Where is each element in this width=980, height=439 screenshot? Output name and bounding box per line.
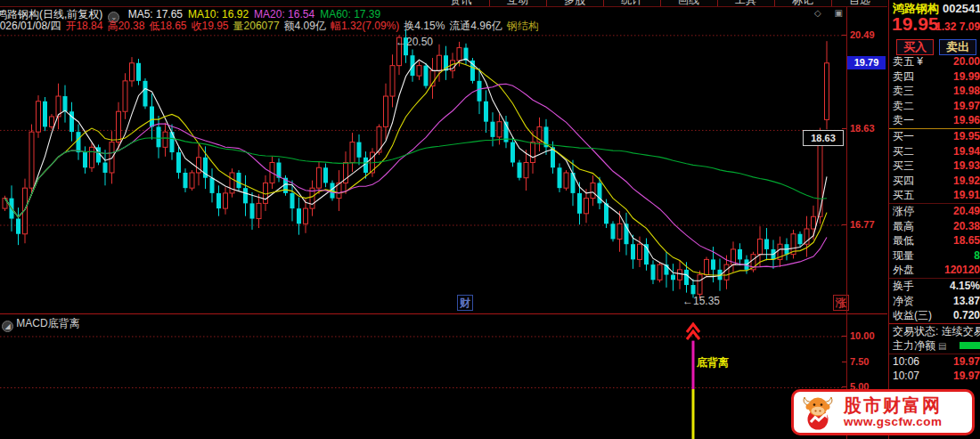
ask-level-1[interactable]: 卖一19.96 — [889, 113, 980, 128]
main-flow-row[interactable]: 主力净额▤ — [889, 338, 980, 354]
low-price-annotation: ←15.35 — [682, 295, 720, 307]
candle-body — [290, 193, 295, 208]
candle-body — [678, 270, 682, 280]
candle-body — [143, 81, 148, 107]
candle-body — [63, 96, 68, 111]
last-close-flag: 18.63 — [803, 130, 844, 146]
trade-tick-1: 10:0719.97 — [889, 369, 980, 384]
candle-body — [558, 167, 562, 188]
candle-body — [176, 152, 181, 173]
candle-body — [651, 264, 656, 280]
candlestick-chart[interactable] — [0, 0, 887, 439]
candle-body — [424, 66, 429, 86]
candle-body — [350, 142, 355, 163]
site-watermark[interactable]: 股市财富网 www.gscfw.com — [791, 389, 975, 435]
candle-body — [491, 122, 495, 137]
indicator-name: MACD底背离 — [16, 317, 79, 329]
high-price-annotation: ←20.50 — [396, 36, 433, 48]
ma-line-ma10 — [5, 62, 828, 275]
signal-bar-magenta — [692, 341, 695, 389]
axis-tick — [842, 128, 846, 129]
trade-tick-0: 10:0619.97 — [889, 354, 980, 370]
candle-body — [457, 48, 461, 61]
candle-body — [437, 55, 442, 70]
candle-body — [250, 203, 255, 218]
candle-body — [691, 285, 696, 294]
axis-tick — [842, 35, 846, 36]
candle-body — [230, 173, 234, 193]
candle-body — [631, 244, 635, 259]
ma-line-ma60 — [5, 138, 828, 217]
candle-body — [417, 66, 421, 76]
candle-body — [524, 163, 528, 178]
stat-最低: 最低18.65 — [889, 233, 980, 248]
candle-body — [29, 132, 34, 188]
candle-body — [604, 203, 608, 224]
candle-body — [724, 264, 729, 280]
price-axis-label-1: 18.63 — [850, 123, 887, 134]
candle-body — [243, 188, 248, 203]
candle-body — [812, 216, 816, 229]
candle-body — [157, 126, 161, 147]
bid-level-4[interactable]: 买四19.92 — [889, 174, 980, 189]
candle-body — [564, 173, 568, 188]
candle-body — [617, 224, 622, 239]
candle-body — [518, 163, 522, 178]
candle-body — [510, 142, 515, 163]
candle-body — [37, 102, 41, 132]
candle-body — [297, 208, 301, 224]
candle-body — [577, 193, 582, 214]
candle-body — [591, 183, 595, 198]
candle-body — [43, 102, 47, 127]
candle-body — [825, 63, 829, 120]
candle-body — [798, 234, 803, 244]
bid-level-1[interactable]: 买一19.95 — [889, 129, 980, 144]
sell-button[interactable]: 卖出 — [939, 39, 976, 55]
sub-axis-label-0: 10.00 — [850, 330, 887, 341]
ask-level-4[interactable]: 卖四19.99 — [889, 69, 980, 85]
price-axis-label-2: 16.77 — [850, 219, 887, 230]
candle-body — [357, 142, 362, 158]
watermark-site-url[interactable]: www.gscfw.com — [844, 416, 943, 428]
ask-level-2[interactable]: 卖二19.97 — [889, 99, 980, 114]
list-icon[interactable]: ▤ — [938, 341, 946, 351]
trading-status: 交易状态: 连续交易 — [889, 324, 980, 339]
order-book: 卖五 ¥20.00卖四19.99卖三19.98卖二19.97卖一19.96买一1… — [889, 54, 980, 384]
candle-body — [123, 81, 127, 111]
candle-body — [90, 147, 94, 167]
ask-level-5[interactable]: 卖五 ¥20.00 — [889, 54, 980, 69]
bid-level-5[interactable]: 买五19.91 — [889, 188, 980, 203]
candle-body — [531, 142, 535, 163]
indicator-toggle-icon[interactable]: ◢ — [2, 321, 13, 332]
candle-body — [317, 167, 322, 188]
candle-body — [257, 203, 261, 218]
signal-bar-yellow — [692, 389, 695, 439]
candle-body — [216, 193, 221, 208]
candle-body — [638, 244, 642, 259]
bid-level-2[interactable]: 买二19.94 — [889, 144, 980, 159]
candle-body — [77, 132, 81, 152]
last-price: 19.95 — [892, 13, 939, 35]
candle-body — [684, 270, 689, 285]
candle-body — [711, 259, 715, 269]
candle-body — [705, 259, 709, 274]
axis-tick — [842, 386, 846, 387]
quote-panel: 鸿路钢构002541 19.95 1.32 7.09% 买入 卖出 卖五 ¥20… — [888, 0, 980, 439]
stat-最高: 最高20.38 — [889, 219, 980, 234]
axis-cursor-price: 19.79 — [847, 56, 886, 69]
ask-level-3[interactable]: 卖三19.98 — [889, 84, 980, 99]
candle-body — [384, 96, 388, 126]
main-flow-bar — [960, 342, 980, 349]
candle-body — [497, 122, 502, 137]
bid-level-3[interactable]: 买三19.93 — [889, 159, 980, 174]
candle-body — [698, 275, 702, 295]
buy-button[interactable]: 买入 — [896, 39, 934, 55]
candle-body — [804, 229, 809, 244]
indicator-label-row: ◢ MACD底背离 — [2, 316, 80, 329]
signal-arrow-icon — [687, 331, 699, 339]
stock-app-window: 资讯互动多股统计画线工具标记自选 鸿路钢构(日线,前复权)⌄ MA5: 17.6… — [0, 0, 980, 439]
candle-body — [184, 173, 188, 188]
candle-body — [16, 219, 20, 234]
candle-body — [584, 199, 589, 214]
candle-body — [237, 173, 241, 188]
